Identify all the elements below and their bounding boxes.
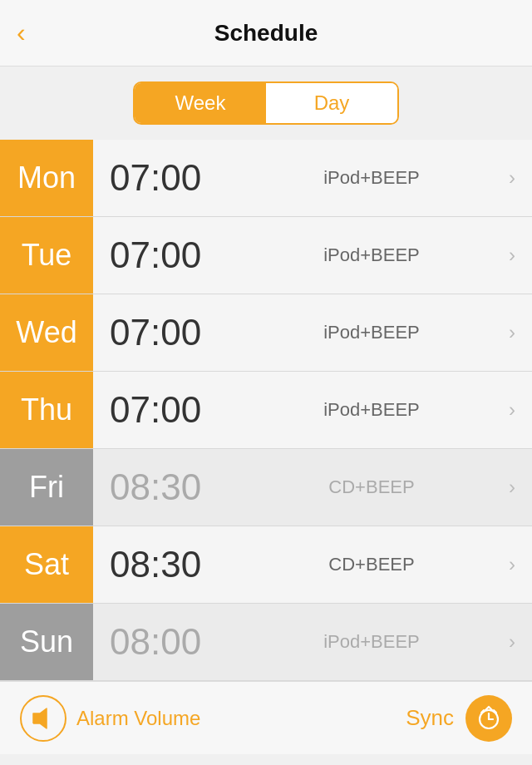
sound-label: iPod+BEEP [243, 631, 500, 653]
day-toggle-button[interactable]: Day [266, 83, 397, 123]
sound-label: CD+BEEP [243, 476, 500, 498]
sound-label: iPod+BEEP [243, 322, 500, 343]
alarm-volume-button[interactable]: Alarm Volume [20, 695, 200, 742]
day-label: Mon [0, 140, 93, 216]
chevron-right-icon: › [509, 476, 515, 499]
schedule-row[interactable]: Sun 08:00 iPod+BEEP › [0, 604, 532, 681]
day-label: Wed [0, 294, 93, 371]
schedule-list: Mon 07:00 iPod+BEEP › Tue 07:00 iPod+BEE… [0, 140, 532, 681]
day-label: Sun [0, 604, 93, 680]
view-toggle-group: Week Day [133, 81, 399, 125]
sync-icon-wrap [466, 695, 512, 742]
time-text: 08:00 [110, 621, 243, 663]
row-content: 07:00 iPod+BEEP › [93, 372, 532, 448]
chevron-right-icon: › [509, 321, 515, 344]
time-text: 07:00 [110, 389, 243, 431]
back-button[interactable]: ‹ [17, 17, 26, 48]
day-label: Fri [0, 449, 93, 526]
schedule-row[interactable]: Wed 07:00 iPod+BEEP › [0, 294, 532, 372]
schedule-row[interactable]: Thu 07:00 iPod+BEEP › [0, 372, 532, 449]
chevron-right-icon: › [509, 244, 515, 267]
schedule-row[interactable]: Sat 08:30 CD+BEEP › [0, 526, 532, 604]
week-toggle-button[interactable]: Week [135, 83, 266, 123]
schedule-row[interactable]: Mon 07:00 iPod+BEEP › [0, 140, 532, 217]
row-content: 07:00 iPod+BEEP › [93, 294, 532, 371]
chevron-right-icon: › [509, 398, 515, 422]
row-content: 08:00 iPod+BEEP › [93, 604, 532, 680]
row-content: 08:30 CD+BEEP › [93, 449, 532, 526]
row-content: 07:00 iPod+BEEP › [93, 140, 532, 216]
time-text: 08:30 [110, 544, 243, 585]
chevron-right-icon: › [509, 166, 515, 190]
day-label: Sat [0, 526, 93, 603]
row-content: 08:30 CD+BEEP › [93, 526, 532, 603]
sync-label: Sync [406, 705, 454, 731]
view-toggle-container: Week Day [0, 67, 532, 140]
volume-icon-wrap [20, 695, 66, 742]
sound-label: iPod+BEEP [243, 167, 500, 189]
sound-label: iPod+BEEP [243, 399, 500, 421]
header: ‹ Schedule [0, 0, 532, 67]
day-label: Thu [0, 372, 93, 448]
time-text: 07:00 [110, 157, 243, 199]
sync-button[interactable]: Sync [406, 695, 512, 742]
chevron-right-icon: › [509, 553, 515, 576]
time-text: 08:30 [110, 466, 243, 508]
sync-icon [475, 704, 503, 733]
alarm-volume-label: Alarm Volume [76, 707, 200, 730]
schedule-row[interactable]: Fri 08:30 CD+BEEP › [0, 449, 532, 526]
chevron-right-icon: › [509, 630, 515, 654]
sound-label: CD+BEEP [243, 554, 500, 575]
day-label: Tue [0, 217, 93, 294]
sound-label: iPod+BEEP [243, 244, 500, 266]
row-content: 07:00 iPod+BEEP › [93, 217, 532, 294]
time-text: 07:00 [110, 312, 243, 353]
time-text: 07:00 [110, 234, 243, 276]
schedule-row[interactable]: Tue 07:00 iPod+BEEP › [0, 217, 532, 294]
volume-icon [30, 705, 57, 732]
footer: Alarm Volume Sync [0, 681, 532, 754]
page-title: Schedule [214, 20, 318, 47]
